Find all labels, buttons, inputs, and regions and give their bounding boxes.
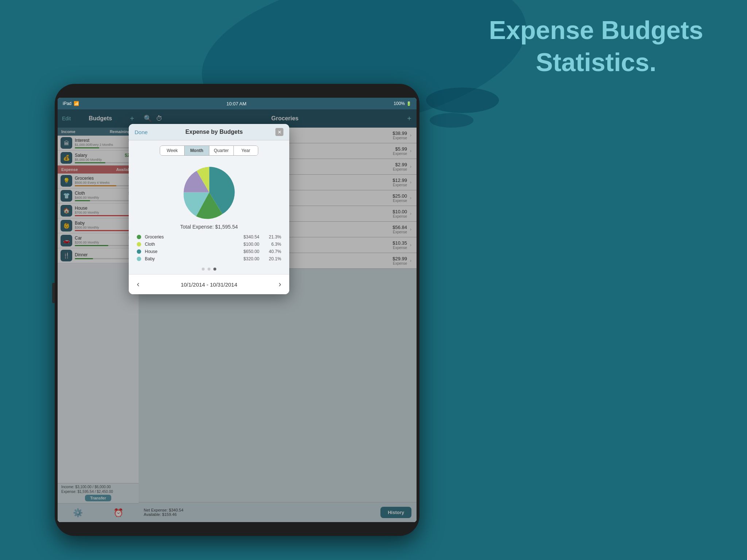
legend: Groceries $340.54 21.3% Cloth $100.00 6.…	[129, 233, 289, 265]
wifi-icon: 📶	[74, 101, 79, 106]
modal-title: Expense by Budgets	[185, 129, 243, 135]
ipad-side-button[interactable]	[52, 283, 55, 303]
chart-area	[129, 159, 289, 224]
device-label: iPad	[63, 101, 71, 106]
legend-house-name: House	[145, 249, 244, 254]
chart-total: Total Expense: $1,595.54	[129, 224, 289, 230]
dot-2[interactable]	[208, 268, 210, 271]
segment-control: Week Month Quarter Year	[160, 145, 258, 156]
modal-done-button[interactable]: Done	[135, 129, 153, 135]
modal-close-button[interactable]: ✕	[275, 128, 283, 136]
modal-header: Done Expense by Budgets ✕	[129, 124, 289, 140]
legend-baby: Baby $320.00 20.1%	[137, 255, 281, 262]
legend-baby-amount: $320.00	[244, 256, 259, 261]
legend-cloth: Cloth $100.00 6.3%	[137, 241, 281, 248]
blob-2	[426, 88, 499, 113]
legend-cloth-amount: $100.00	[244, 242, 259, 247]
legend-groceries-name: Groceries	[145, 234, 244, 240]
legend-house-amount: $650.00	[244, 249, 259, 254]
legend-groceries: Groceries $340.54 21.3%	[137, 233, 281, 241]
segment-quarter[interactable]: Quarter	[209, 146, 234, 155]
dot-3[interactable]	[213, 268, 216, 271]
date-range: 10/1/2014 - 10/31/2014	[181, 281, 237, 288]
legend-cloth-name: Cloth	[145, 242, 244, 247]
legend-baby-pct: 20.1%	[267, 256, 281, 261]
segment-week[interactable]: Week	[160, 146, 185, 155]
segment-month[interactable]: Month	[185, 146, 209, 155]
status-time: 10:07 AM	[227, 101, 247, 106]
ipad-device: iPad 📶 10:07 AM 100% 🔋 Edit Budgets +	[55, 84, 419, 536]
legend-cloth-pct: 6.3%	[267, 242, 281, 247]
legend-groceries-amount: $340.54	[244, 234, 259, 240]
modal-overlay: Done Expense by Budgets ✕ Week Month Qua…	[58, 109, 417, 522]
status-bar: iPad 📶 10:07 AM 100% 🔋	[58, 98, 417, 109]
date-navigation: ‹ 10/1/2014 - 10/31/2014 ›	[129, 274, 289, 294]
battery-icon: 🔋	[406, 101, 411, 106]
battery-label: 100%	[394, 101, 405, 106]
legend-baby-name: Baby	[145, 256, 244, 261]
segment-year[interactable]: Year	[234, 146, 258, 155]
legend-house-pct: 40.7%	[267, 249, 281, 254]
blob-3	[430, 113, 473, 128]
legend-groceries-pct: 21.3%	[267, 234, 281, 240]
prev-date-button[interactable]: ‹	[137, 280, 139, 289]
status-right: 100% 🔋	[394, 101, 411, 106]
status-left: iPad 📶	[63, 101, 79, 106]
dot-1[interactable]	[202, 268, 205, 271]
legend-house: House $650.00 40.7%	[137, 248, 281, 255]
app-title: Expense Budgets Statistics.	[489, 15, 703, 78]
pie-chart	[179, 162, 239, 222]
next-date-button[interactable]: ›	[279, 280, 281, 289]
ipad-screen: iPad 📶 10:07 AM 100% 🔋 Edit Budgets +	[58, 98, 417, 522]
pagination-dots	[129, 265, 289, 274]
modal-dialog: Done Expense by Budgets ✕ Week Month Qua…	[129, 124, 289, 294]
